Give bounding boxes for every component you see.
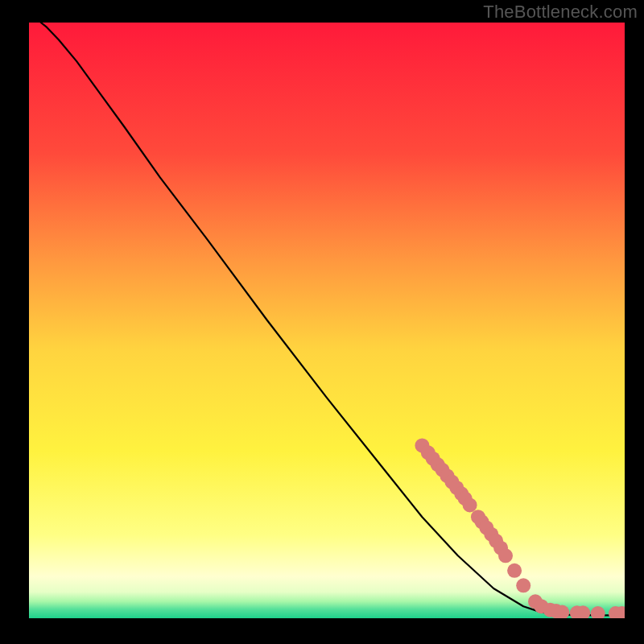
gradient-background xyxy=(29,23,625,618)
plot-area xyxy=(29,23,625,618)
data-marker xyxy=(507,564,522,578)
chart-svg xyxy=(29,23,625,618)
watermark-text: TheBottleneck.com xyxy=(483,2,638,23)
chart-frame: TheBottleneck.com xyxy=(0,0,644,644)
data-marker xyxy=(516,578,530,592)
data-marker xyxy=(463,497,477,512)
data-marker xyxy=(498,548,513,563)
